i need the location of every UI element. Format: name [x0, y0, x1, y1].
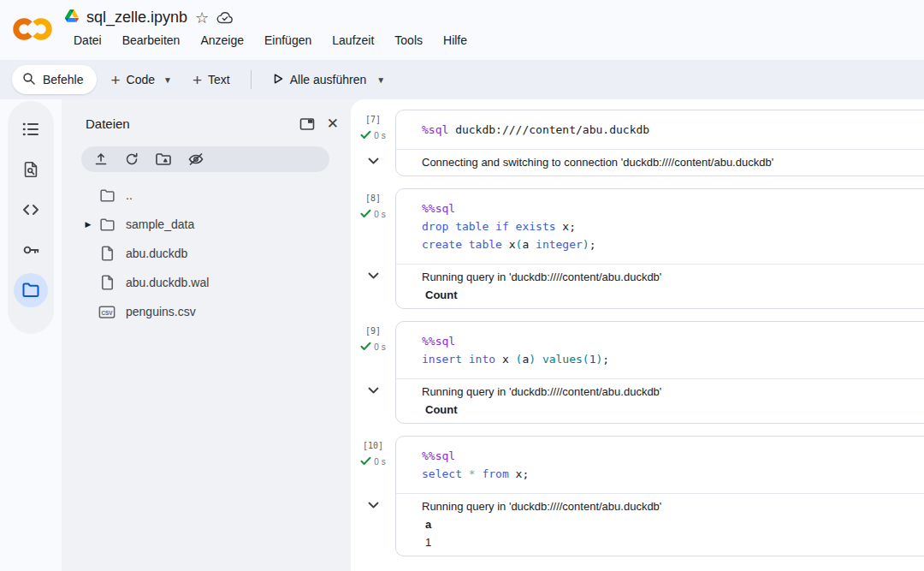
hidden-files-icon[interactable]	[187, 152, 204, 167]
cell-status: 0 s	[360, 339, 385, 354]
add-code-dropdown-icon[interactable]: ▼	[163, 75, 172, 85]
plus-icon: +	[110, 72, 120, 88]
rail-item-table-of-contents[interactable]	[11, 109, 51, 149]
menubar: DateiBearbeitenAnzeigeEinfügenLaufzeitTo…	[65, 29, 476, 51]
code-line: insert into x (a) values(1);	[422, 350, 924, 368]
menu-laufzeit[interactable]: Laufzeit	[323, 29, 382, 51]
add-code-button[interactable]: + Code	[102, 65, 163, 94]
code-editor[interactable]: %%sqlselect * from x;	[396, 437, 924, 493]
cell-status: 0 s	[360, 454, 385, 469]
tree-item-label: sample_data	[126, 217, 194, 231]
menu-bearbeiten[interactable]: Bearbeiten	[114, 29, 189, 51]
output-table-cell: 1	[425, 533, 924, 551]
tree-item-penguins-csv[interactable]: CSVpenguins.csv	[62, 297, 351, 326]
app-header: sql_zelle.ipynb ☆ DateiBearbeitenAnzeige…	[0, 0, 924, 60]
output-text: Running query in 'duckdb:////content/abu…	[422, 497, 924, 515]
files-actions-bar	[81, 146, 329, 172]
cell-gutter: [9]0 s	[351, 321, 395, 424]
collapse-output-icon[interactable]	[367, 156, 380, 169]
csv-icon: CSV	[98, 306, 116, 318]
cell-runtime: 0 s	[374, 210, 385, 219]
success-check-icon	[360, 339, 371, 354]
output-table-cell: Count	[425, 286, 924, 304]
svg-text:CSV: CSV	[101, 309, 113, 315]
notebook-cell-8[interactable]: [8]0 s%%sqldrop table if exists x;create…	[351, 188, 924, 309]
collapse-output-icon[interactable]	[367, 385, 380, 398]
notebook-title[interactable]: sql_zelle.ipynb	[86, 9, 187, 27]
success-check-icon	[360, 454, 371, 469]
tree-item-sample-data[interactable]: ▶sample_data	[62, 210, 351, 239]
close-icon[interactable]: ✕	[327, 116, 339, 131]
tree-item-label: abu.duckdb	[126, 247, 187, 260]
execution-count[interactable]: [7]	[365, 115, 381, 124]
menu-hilfe[interactable]: Hilfe	[435, 29, 476, 51]
code-editor[interactable]: %sql duckdb:////content/abu.duckdb	[396, 110, 924, 149]
commands-button[interactable]: Befehle	[12, 65, 97, 94]
refresh-icon[interactable]	[124, 152, 139, 167]
rail-item-files[interactable]	[11, 270, 51, 310]
execution-count[interactable]: [10]	[363, 441, 383, 450]
rail-item-code-snippets[interactable]	[11, 189, 51, 229]
toolbar-divider	[251, 70, 252, 89]
cell-box[interactable]: %%sqlinsert into x (a) values(1);Running…	[395, 321, 924, 424]
popout-icon[interactable]	[299, 116, 315, 131]
execution-count[interactable]: [9]	[365, 326, 381, 336]
toc-icon	[14, 112, 48, 146]
files-panel: Dateien ✕	[62, 99, 351, 571]
tree-item-abu-duckdb-wal[interactable]: abu.duckdb.wal	[62, 268, 351, 297]
upload-icon[interactable]	[93, 152, 109, 167]
key-icon	[14, 233, 48, 267]
cell-output: Running query in 'duckdb:////content/abu…	[396, 378, 924, 423]
cell-box[interactable]: %sql duckdb:////content/abu.duckdbConnec…	[395, 110, 924, 176]
cell-status: 0 s	[360, 128, 385, 143]
notebook-area: [7]0 s%sql duckdb:////content/abu.duckdb…	[351, 99, 924, 571]
cell-box[interactable]: %%sqlselect * from x;Running query in 'd…	[395, 436, 924, 556]
tree-item-label: ..	[126, 188, 133, 202]
menu-einfügen[interactable]: Einfügen	[256, 29, 320, 51]
menu-tools[interactable]: Tools	[386, 29, 431, 51]
tree-item--[interactable]: ..	[62, 181, 351, 210]
cell-gutter: [10]0 s	[351, 436, 395, 556]
code-line: create table x(a integer);	[422, 235, 924, 253]
notebook-card: [7]0 s%sql duckdb:////content/abu.duckdb…	[351, 99, 924, 571]
search-icon	[22, 72, 36, 88]
file-icon	[98, 246, 116, 261]
run-all-dropdown-icon[interactable]: ▼	[376, 75, 385, 85]
tree-item-abu-duckdb[interactable]: abu.duckdb	[62, 239, 351, 268]
add-text-button[interactable]: + Text	[184, 65, 239, 94]
left-rail	[0, 99, 62, 571]
execution-count[interactable]: [8]	[365, 193, 381, 203]
folder-icon	[98, 217, 116, 232]
notebook-cell-7[interactable]: [7]0 s%sql duckdb:////content/abu.duckdb…	[351, 110, 924, 176]
collapse-output-icon[interactable]	[367, 500, 380, 513]
cell-status: 0 s	[360, 206, 385, 222]
rail-item-find-replace[interactable]	[11, 149, 51, 189]
mount-drive-icon[interactable]	[155, 152, 172, 167]
code-line: %%sql	[422, 199, 924, 217]
colab-logo-icon[interactable]	[12, 15, 53, 46]
files-panel-title: Dateien	[86, 116, 299, 131]
code-line: %sql duckdb:////content/abu.duckdb	[422, 121, 924, 139]
cell-box[interactable]: %%sqldrop table if exists x;create table…	[395, 188, 924, 309]
code-editor[interactable]: %%sqlinsert into x (a) values(1);	[396, 322, 924, 378]
cloud-saved-icon[interactable]	[216, 11, 234, 25]
code-editor[interactable]: %%sqldrop table if exists x;create table…	[396, 189, 924, 264]
menu-anzeige[interactable]: Anzeige	[192, 29, 252, 51]
notebook-cell-10[interactable]: [10]0 s%%sqlselect * from x;Running quer…	[351, 436, 924, 556]
output-text: Connecting and switching to connection '…	[422, 153, 924, 171]
plus-icon: +	[192, 72, 202, 88]
collapse-output-icon[interactable]	[367, 271, 380, 283]
menu-datei[interactable]: Datei	[65, 29, 110, 51]
rail-item-secrets[interactable]	[11, 229, 51, 270]
code-line: select * from x;	[422, 465, 924, 483]
notebook-cell-9[interactable]: [9]0 s%%sqlinsert into x (a) values(1);R…	[351, 321, 924, 424]
star-icon[interactable]: ☆	[195, 10, 209, 26]
expand-caret-icon[interactable]: ▶	[79, 220, 98, 229]
cell-runtime: 0 s	[374, 342, 385, 352]
output-table-cell: a	[425, 515, 924, 533]
commands-label: Befehle	[43, 73, 83, 86]
run-all-button[interactable]: Alle ausführen	[264, 65, 376, 94]
cell-output: Running query in 'duckdb:////content/abu…	[396, 493, 924, 556]
play-icon	[272, 73, 284, 87]
folder-icon	[14, 273, 48, 307]
